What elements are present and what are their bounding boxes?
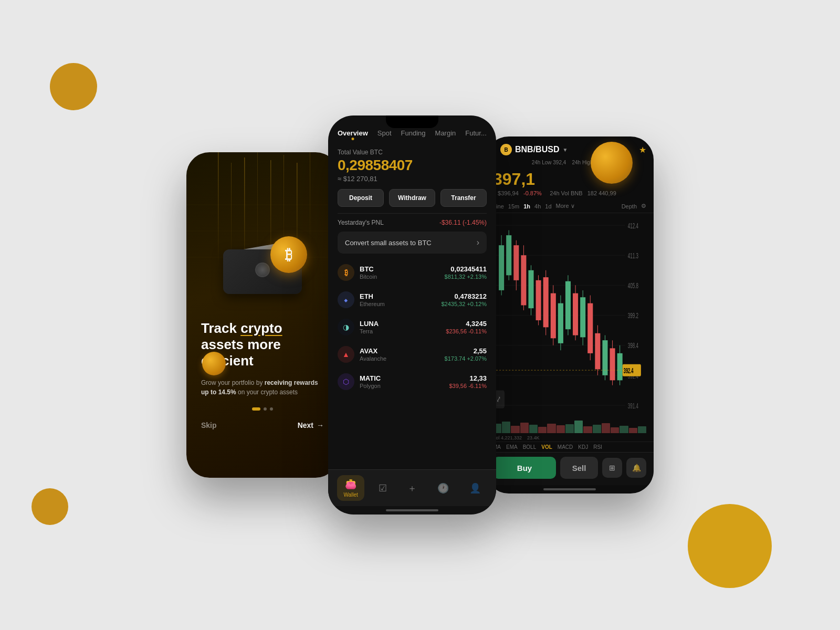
tab-funding[interactable]: Funding — [401, 129, 426, 140]
asset-eth[interactable]: ⬥ ETH Ethereum 0,4783212 $2435,32 +0.12% — [328, 286, 496, 313]
avax-values: 2,55 $173.74 +2.07% — [445, 347, 487, 362]
indicator-tabs: MA EMA BOLL VOL MACD KDJ RSI — [486, 442, 654, 452]
svg-rect-25 — [521, 255, 526, 305]
eth-symbol: ETH — [360, 292, 441, 300]
btc-values: 0,02345411 $811,32 +2.13% — [445, 265, 487, 280]
btc-amount: 0,02345411 — [445, 265, 487, 273]
svg-rect-35 — [558, 303, 563, 343]
asset-btc[interactable]: ₿ BTC Bitcoin 0,02345411 $811,32 +2.13% — [328, 259, 496, 286]
wallet-nav-label: Wallet — [343, 492, 358, 498]
deposit-button[interactable]: Deposit — [338, 189, 384, 207]
btc-icon: ₿ — [338, 264, 354, 281]
nav-tabs: Overview Spot Funding Margin Futur... — [328, 129, 496, 144]
ctrl-1d[interactable]: 1d — [545, 203, 551, 209]
withdraw-button[interactable]: Withdraw — [389, 189, 435, 207]
luna-symbol: LUNA — [360, 320, 446, 328]
ind-macd[interactable]: MACD — [558, 444, 573, 450]
svg-rect-33 — [551, 293, 556, 339]
sell-button[interactable]: Sell — [560, 457, 598, 479]
luna-icon: ◑ — [338, 319, 354, 335]
asset-avax[interactable]: ▲ AVAX Avalanche 2,55 $173.74 +2.07% — [328, 341, 496, 368]
home-indicator — [386, 509, 438, 511]
nav-check[interactable]: ☑ — [372, 479, 393, 497]
eth-amount: 0,4783212 — [441, 292, 487, 300]
svg-rect-29 — [536, 280, 541, 320]
eth-name: Ethereum — [360, 301, 441, 307]
ind-kdj[interactable]: KDJ — [578, 444, 588, 450]
avax-info: AVAX Avalanche — [360, 347, 445, 362]
svg-text:399.2: 399.2 — [628, 311, 638, 320]
matic-amount: 12,33 — [449, 374, 487, 382]
asset-luna[interactable]: ◑ LUNA Terra 4,3245 $236,56 -0.11% — [328, 313, 496, 341]
low-value: 392,4 — [553, 160, 566, 165]
high-label: 24h High — [572, 160, 593, 165]
svg-text:405.8: 405.8 — [628, 281, 638, 290]
action-buttons: Deposit Withdraw Transfer — [328, 189, 496, 213]
svg-rect-19 — [499, 245, 504, 290]
btc-info: BTC Bitcoin — [360, 265, 445, 280]
nav-wallet[interactable]: 👛 Wallet — [337, 475, 364, 501]
tab-overview[interactable]: Overview — [338, 129, 368, 140]
avax-amount: 2,55 — [445, 347, 487, 355]
alert-button[interactable]: 🔔 — [626, 458, 646, 478]
nav-clock[interactable]: 🕐 — [431, 479, 455, 497]
ind-ema[interactable]: EMA — [506, 444, 518, 450]
svg-rect-37 — [565, 281, 571, 329]
vol-display-label: Vol 4,221,332 23.4K — [486, 435, 654, 442]
total-value-label: Total Value BTC — [328, 144, 496, 157]
tab-spot[interactable]: Spot — [377, 129, 392, 140]
bg-decoration-br — [688, 504, 772, 588]
ctrl-1h[interactable]: 1h — [523, 203, 530, 209]
wallet-button — [255, 262, 270, 277]
avax-name: Avalanche — [360, 355, 445, 362]
svg-rect-49 — [610, 348, 615, 380]
nav-plus[interactable]: ＋ — [401, 479, 423, 498]
ind-boll[interactable]: BOLL — [523, 444, 537, 450]
btc-symbol: BTC — [360, 265, 445, 273]
vol-value: 182 440,99 — [587, 190, 616, 196]
bottom-nav: 👛 Wallet ☑ ＋ 🕐 👤 — [328, 469, 496, 506]
calculator-button[interactable]: ⊞ — [602, 458, 622, 478]
btc-name: Bitcoin — [360, 274, 445, 280]
bg-decoration-bl — [32, 488, 68, 525]
plus-nav-icon: ＋ — [407, 482, 417, 495]
ctrl-4h[interactable]: 4h — [534, 203, 541, 209]
total-value-btc: 0,29858407 — [328, 157, 496, 175]
nav-profile[interactable]: 👤 — [463, 479, 487, 497]
ctrl-more[interactable]: More ∨ — [556, 203, 575, 209]
matic-name: Polygon — [360, 383, 449, 389]
check-nav-icon: ☑ — [379, 482, 387, 494]
price-usd: ≈ $396,94 — [493, 190, 519, 196]
favorite-star-icon[interactable]: ★ — [639, 145, 646, 155]
convert-label: Convert small assets to BTC — [345, 239, 432, 247]
convert-arrow-icon: › — [477, 238, 479, 247]
ind-rsi[interactable]: RSI — [593, 444, 602, 450]
tab-futures[interactable]: Futur... — [465, 129, 486, 140]
luna-values: 4,3245 $236,56 -0.11% — [446, 320, 487, 334]
svg-text:391.4: 391.4 — [628, 401, 638, 411]
matic-icon: ⬡ — [338, 373, 354, 390]
wallet-3d: •• •• 8600 ₿ — [220, 236, 304, 294]
chart-controls: Line 15m 1h 4h 1d More ∨ Depth ⚙ — [486, 201, 654, 213]
asset-matic[interactable]: ⬡ MATIC Polygon 12,33 $39,56 -6.11% — [328, 368, 496, 395]
chart-area: 412.4 411.3 405.8 399.2 398.4 392.4 391.… — [486, 213, 654, 417]
ctrl-15m[interactable]: 15m — [508, 203, 519, 209]
svg-rect-39 — [573, 293, 578, 335]
ind-vol[interactable]: VOL — [541, 444, 552, 450]
btc-usd: $811,32 +2.13% — [445, 274, 487, 280]
ctrl-depth[interactable]: Depth — [622, 203, 637, 209]
buy-button[interactable]: Buy — [493, 457, 556, 479]
trade-actions: Buy Sell ⊞ 🔔 — [486, 452, 654, 485]
convert-row[interactable]: Convert small assets to BTC › — [338, 232, 487, 254]
matic-info: MATIC Polygon — [360, 374, 449, 389]
matic-values: 12,33 $39,56 -6.11% — [449, 374, 487, 389]
trade-price-sub: ≈ $396,94 -0.87% 24h Vol BNB 182 440,99 — [486, 189, 654, 201]
settings-icon[interactable]: ⚙ — [641, 203, 646, 209]
phones-container: •• •• 8600 ₿ Track crypto assets more ef… — [186, 116, 654, 514]
transfer-button[interactable]: Transfer — [440, 189, 487, 207]
luna-usd: $236,56 -0.11% — [446, 328, 487, 334]
svg-text:392.4: 392.4 — [624, 366, 634, 374]
low-label: 24h Low — [532, 160, 552, 165]
coin-decoration-tr — [591, 142, 633, 184]
tab-margin[interactable]: Margin — [435, 129, 456, 140]
